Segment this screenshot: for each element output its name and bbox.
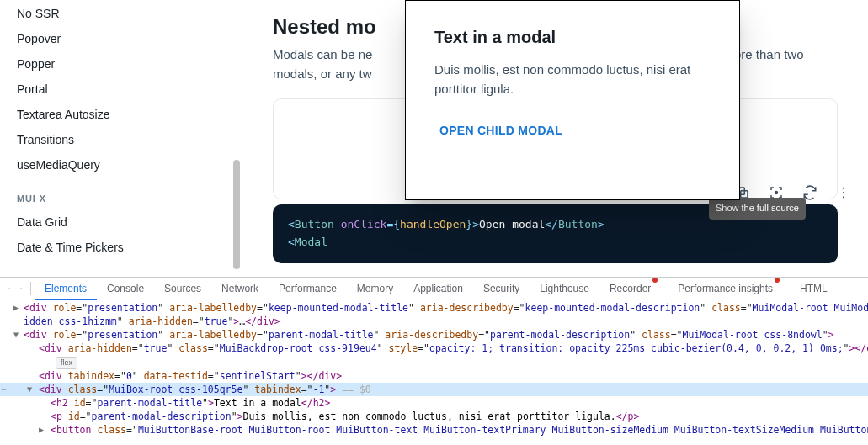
sidebar-item-datagrid[interactable]: Data Grid [7,210,235,234]
tab-recorder[interactable]: Recorder [599,278,668,299]
app-area: No SSR Popover Popper Portal Textarea Au… [0,0,868,277]
beta-badge-icon [775,278,780,283]
svg-point-5 [843,196,844,198]
dom-node[interactable]: ▶<button class="MuiButtonBase-root MuiBu… [0,423,868,437]
svg-point-4 [843,192,844,193]
sidebar-item-popover[interactable]: Popover [7,27,235,50]
tab-performance[interactable]: Performance [269,278,347,299]
desc-part-left: Modals can be ne [273,47,372,61]
dom-node[interactable]: idden css-1hizmm" aria-hidden="true">…</… [0,315,868,328]
sidebar-item-nossr[interactable]: No SSR [7,2,235,25]
tab-perf-insights[interactable]: Performance insights [668,278,790,299]
tab-console[interactable]: Console [97,278,154,299]
show-source-tooltip: Show the full source [709,198,806,220]
sidebar-item-transitions[interactable]: Transitions [7,128,235,151]
tab-html[interactable]: HTML [790,278,838,299]
modal-title: Text in a modal [434,28,711,47]
tab-divider [30,282,31,295]
dom-node[interactable]: ▶<div role="presentation" aria-labelledb… [0,301,868,315]
devtools-panel: Elements Console Sources Network Perform… [0,277,868,445]
modal-description: Duis mollis, est non commodo luctus, nis… [434,61,711,98]
sidebar-scrollbar[interactable] [233,160,240,269]
svg-point-3 [843,188,844,189]
tab-elements[interactable]: Elements [35,278,97,299]
dom-node[interactable]: ▼<div role="presentation" aria-labelledb… [0,328,868,342]
sidebar-item-portal[interactable]: Portal [7,77,235,101]
sidebar: No SSR Popover Popper Portal Textarea Au… [0,0,242,277]
modal: Text in a modal Duis mollis, est non com… [405,0,740,200]
tab-network[interactable]: Network [211,278,269,299]
sidebar-item-textarea[interactable]: Textarea Autosize [7,103,235,126]
code-line-2: <Modal [288,234,823,252]
devtools-tabs: Elements Console Sources Network Perform… [0,278,868,299]
tab-security[interactable]: Security [473,278,530,299]
dom-node[interactable]: <p id="parent-modal-description">Duis mo… [0,410,868,423]
dom-node[interactable]: <div aria-hidden="true" class="MuiBackdr… [0,342,868,355]
more-vertical-icon[interactable] [836,185,851,200]
dom-flex-badge[interactable]: flex [0,355,868,369]
elements-dom-tree[interactable]: ▶<div role="presentation" aria-labelledb… [0,299,868,445]
sidebar-item-popper[interactable]: Popper [7,52,235,76]
beta-badge-icon [652,278,658,283]
dom-node[interactable]: <div tabindex="0" data-testid="sentinelS… [0,369,868,383]
tab-memory[interactable]: Memory [347,278,403,299]
svg-point-2 [775,192,778,194]
tab-lighthouse[interactable]: Lighthouse [530,278,599,299]
sidebar-section-heading: MUI X [7,178,235,209]
inspect-icon[interactable] [3,283,15,294]
dom-node[interactable]: <h2 id="parent-modal-title">Text in a mo… [0,396,868,410]
device-toggle-icon[interactable] [15,283,27,294]
tab-application[interactable]: Application [403,278,473,299]
sidebar-item-datetimepickers[interactable]: Date & Time Pickers [7,236,235,259]
code-block: Show the full source <Button onClick={ha… [273,204,838,263]
dom-node-selected[interactable]: ⋯▼<div class="MuiBox-root css-105qr5e" t… [0,383,868,396]
open-child-modal-button[interactable]: OPEN CHILD MODAL [434,117,567,144]
sidebar-item-usemediaquery[interactable]: useMediaQuery [7,153,235,177]
tab-sources[interactable]: Sources [154,278,211,299]
